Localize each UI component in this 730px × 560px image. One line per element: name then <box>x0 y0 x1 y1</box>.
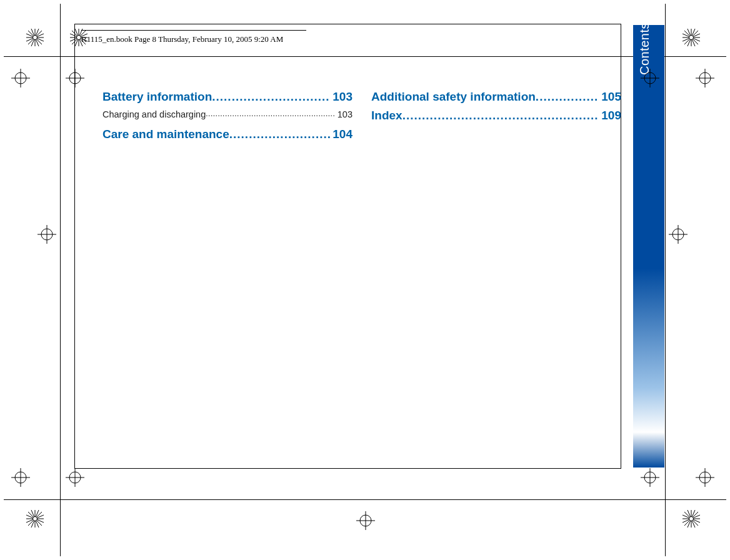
crop-mark-icon <box>38 225 56 244</box>
frame-right-line <box>665 4 666 556</box>
toc-leader <box>206 108 335 121</box>
crop-mark-icon <box>66 468 84 487</box>
crop-mark-icon <box>11 69 30 88</box>
toc-page: 103 <box>335 108 352 121</box>
header-text: R1115_en.book Page 8 Thursday, February … <box>81 34 283 44</box>
toc-label: Index <box>371 108 402 123</box>
toc-page: 104 <box>330 127 352 142</box>
toc-page: 103 <box>330 89 352 104</box>
toc-label: Battery information <box>102 89 212 104</box>
toc-heading: Care and maintenance 104 <box>102 127 352 142</box>
crop-mark-icon <box>696 468 714 487</box>
toc-page: 105 <box>599 89 621 104</box>
frame-bottom-line <box>4 499 726 500</box>
registration-mark-icon <box>25 509 45 529</box>
registration-mark-icon <box>681 509 701 529</box>
toc-subitem: Charging and discharging 103 <box>102 108 352 121</box>
crop-mark-icon <box>11 468 30 487</box>
toc-left-column: Battery information 103 Charging and dis… <box>102 89 352 146</box>
registration-mark-icon <box>681 28 701 48</box>
crop-mark-icon <box>641 468 659 487</box>
toc-heading: Additional safety information 105 <box>371 89 621 104</box>
svg-point-50 <box>77 36 81 40</box>
registration-mark-icon <box>25 28 45 48</box>
crop-mark-icon <box>66 69 84 88</box>
toc-leader <box>212 89 330 104</box>
toc-heading: Battery information 103 <box>102 89 352 104</box>
svg-point-68 <box>33 517 38 521</box>
toc-columns: Battery information 103 Charging and dis… <box>102 89 621 146</box>
frame-left-line <box>60 4 61 556</box>
toc-leader <box>402 108 599 123</box>
toc-leader <box>229 127 331 142</box>
toc-leader <box>536 89 599 104</box>
registration-mark-icon <box>69 28 89 48</box>
toc-page: 109 <box>599 108 621 123</box>
header-rule <box>81 30 306 31</box>
toc-right-column: Additional safety information 105 Index … <box>371 89 621 146</box>
toc-label: Additional safety information <box>371 89 536 104</box>
side-tab <box>633 25 664 468</box>
crop-mark-icon <box>669 225 688 244</box>
side-tab-label: Contents <box>638 22 652 75</box>
crop-mark-icon <box>641 69 659 88</box>
svg-point-77 <box>689 517 694 521</box>
toc-label: Care and maintenance <box>102 127 229 142</box>
crop-mark-icon <box>696 69 714 88</box>
toc-heading: Index 109 <box>371 108 621 123</box>
svg-point-41 <box>33 36 38 40</box>
svg-point-59 <box>689 36 694 40</box>
toc-label: Charging and discharging <box>102 108 206 121</box>
crop-mark-icon <box>356 511 375 530</box>
